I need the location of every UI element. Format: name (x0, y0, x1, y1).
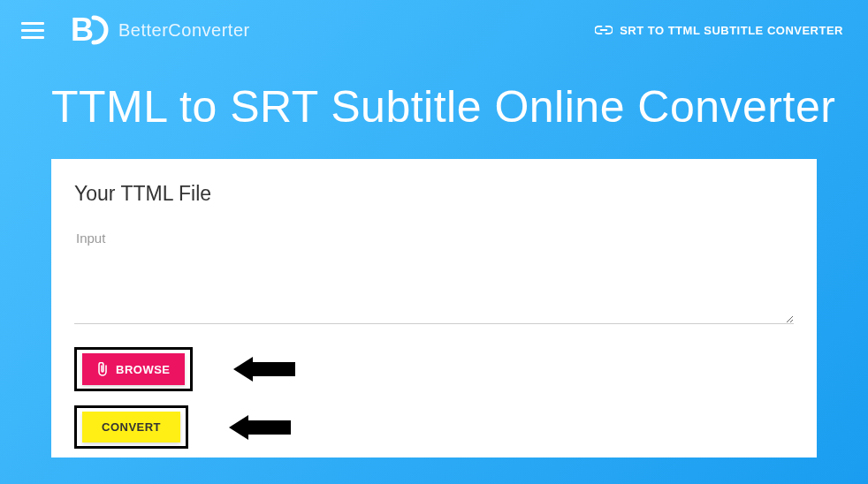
brand-name: BetterConverter (118, 20, 250, 41)
section-title: Your TTML File (74, 182, 794, 206)
browse-label: BROWSE (116, 363, 171, 376)
paperclip-icon (96, 362, 109, 376)
converter-card: Your TTML File BROWSE CONVERT (51, 159, 817, 458)
convert-label: CONVERT (102, 420, 161, 434)
ttml-input[interactable] (74, 227, 794, 324)
controls-group: BROWSE CONVERT (74, 347, 794, 449)
page-title: TTML to SRT Subtitle Online Converter (0, 49, 868, 159)
logo-mark-icon: B (71, 14, 113, 46)
convert-button[interactable]: CONVERT (82, 412, 180, 442)
highlight-box-convert: CONVERT (74, 405, 188, 449)
highlight-box-browse: BROWSE (74, 347, 193, 391)
menu-icon[interactable] (21, 18, 46, 42)
link-icon (595, 25, 613, 35)
brand-logo[interactable]: B BetterConverter (71, 14, 250, 46)
browse-button[interactable]: BROWSE (82, 353, 185, 385)
arrow-highlight-browse (233, 359, 295, 380)
svg-text:B: B (71, 14, 94, 46)
nav-link-label: SRT TO TTML SUBTITLE CONVERTER (620, 24, 843, 37)
header-bar: B BetterConverter SRT TO TTML SUBTITLE C… (0, 0, 868, 49)
arrow-highlight-convert (229, 417, 291, 438)
nav-link-srt-to-ttml[interactable]: SRT TO TTML SUBTITLE CONVERTER (595, 24, 850, 37)
